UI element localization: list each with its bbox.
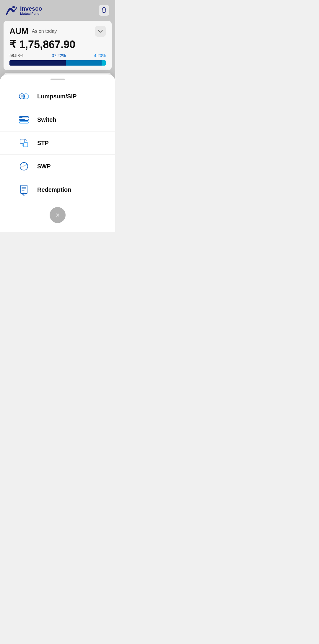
menu-label-swp: SWP (37, 163, 51, 170)
bar-segment-dark (9, 60, 66, 66)
logo-sub-label: Mutual Fund (20, 12, 42, 15)
stp-icon (18, 137, 30, 149)
aum-progress-bar (9, 60, 106, 66)
bottom-sheet: Lumpsum/SIP Switch (0, 74, 115, 232)
lumpsum-icon (18, 90, 30, 103)
logo-invesco-label: Invesco (20, 5, 42, 12)
svg-rect-7 (19, 122, 28, 123)
invesco-logo-icon (5, 5, 18, 16)
aum-header: AUM As on today (9, 26, 106, 37)
svg-point-3 (23, 94, 29, 99)
aum-label: AUM (9, 27, 28, 36)
bell-icon (101, 7, 107, 14)
aum-subtitle: As on today (32, 29, 57, 34)
redemption-icon (18, 183, 30, 196)
switch-icon (18, 113, 30, 126)
menu-label-lumpsum-sip: Lumpsum/SIP (37, 93, 77, 100)
menu-item-redemption[interactable]: Redemption (0, 178, 115, 201)
close-icon: × (56, 212, 60, 219)
menu-item-stp[interactable]: STP (0, 131, 115, 155)
notification-button[interactable] (99, 5, 109, 16)
aum-percentages: 58.58% 37.22% 4.20% (9, 53, 106, 58)
aum-value: ₹ 1,75,867.90 (9, 38, 106, 51)
svg-rect-13 (21, 185, 27, 193)
logo-text: Invesco Mutual Fund (20, 5, 42, 15)
aum-title-row: AUM As on today (9, 27, 57, 36)
aum-dropdown-button[interactable] (95, 26, 106, 37)
menu-label-switch: Switch (37, 116, 56, 123)
aum-pct3: 4.20% (94, 53, 106, 58)
chevron-down-icon (98, 30, 103, 33)
menu-label-redemption: Redemption (37, 186, 71, 193)
bar-segment-light (102, 60, 106, 66)
sheet-handle (0, 74, 115, 82)
close-button[interactable]: × (50, 207, 66, 223)
svg-rect-8 (19, 116, 22, 118)
svg-point-0 (12, 6, 15, 8)
handle-bar (51, 79, 65, 80)
aum-pct1: 58.58% (9, 53, 23, 58)
menu-item-switch[interactable]: Switch (0, 108, 115, 131)
menu-item-lumpsum-sip[interactable]: Lumpsum/SIP (0, 85, 115, 108)
swp-icon (18, 160, 30, 173)
menu-list: Lumpsum/SIP Switch (0, 82, 115, 201)
svg-point-4 (21, 95, 23, 97)
aum-pct2: 37.22% (52, 53, 66, 58)
close-btn-wrapper: × (0, 201, 115, 226)
aum-card: AUM As on today ₹ 1,75,867.90 58.58% 37.… (4, 21, 112, 70)
app-header: Invesco Mutual Fund (0, 0, 115, 19)
logo-area: Invesco Mutual Fund (5, 5, 42, 16)
svg-rect-9 (19, 119, 25, 121)
bar-segment-mid (66, 60, 102, 66)
menu-label-stp: STP (37, 140, 49, 147)
menu-item-swp[interactable]: SWP (0, 155, 115, 178)
svg-point-1 (104, 7, 105, 8)
